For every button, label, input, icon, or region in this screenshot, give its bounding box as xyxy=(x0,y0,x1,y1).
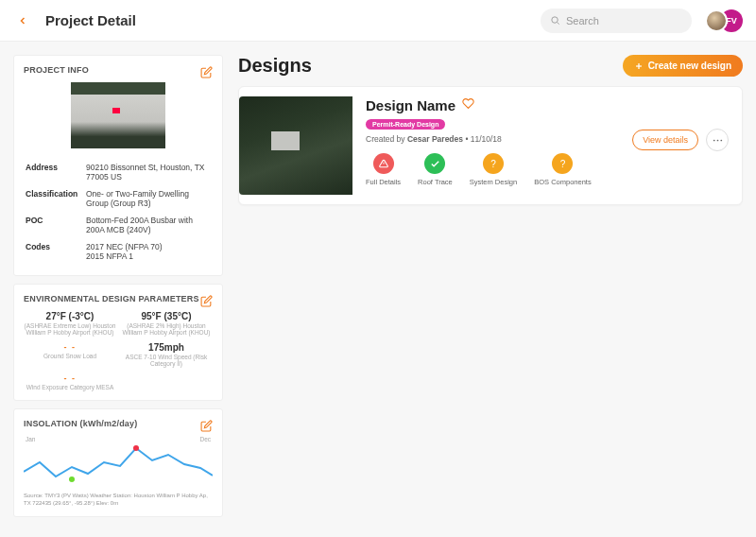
more-actions-button[interactable] xyxy=(706,129,729,151)
env-exposure: - -Wind Exposure Category MESA xyxy=(24,373,116,390)
line-chart-svg xyxy=(24,434,213,489)
edit-icon xyxy=(200,420,213,432)
check-icon xyxy=(424,153,445,174)
edit-icon xyxy=(200,66,213,78)
chart-start-label: Jan xyxy=(26,436,35,442)
search-placeholder: Search xyxy=(566,15,599,26)
design-actions: View details xyxy=(632,129,729,151)
favorite-button[interactable] xyxy=(462,96,474,113)
question-icon: ? xyxy=(552,153,573,174)
edit-env-button[interactable] xyxy=(198,292,215,309)
search-icon xyxy=(550,15,560,26)
svg-point-3 xyxy=(133,445,139,451)
svg-point-6 xyxy=(713,139,714,141)
chart-source-text: Source: TMY3 (PV Watts) Weather Station:… xyxy=(24,493,213,506)
env-params-card: ENVIRONMENTAL DESIGN PARAMETERS 27°F (-3… xyxy=(13,284,223,401)
topbar: Project Detail Search FV xyxy=(0,0,756,42)
edit-project-info-button[interactable] xyxy=(198,63,215,80)
table-row: Address90210 Bissonnet St, Houston, TX 7… xyxy=(26,160,211,184)
page-title: Project Detail xyxy=(45,12,136,28)
sidebar: PROJECT INFO Address90210 Bissonnet St, … xyxy=(13,55,223,517)
step-bos-components[interactable]: ? BOS Components xyxy=(534,153,591,186)
env-snow: - -Ground Snow Load xyxy=(24,342,116,368)
step-roof-trace[interactable]: Roof Trace xyxy=(418,153,453,186)
design-created-by: Created by Cesar Paredes • 11/10/18 xyxy=(366,134,619,144)
insolation-card: INSOLATION (kWh/m2/day) Jan Dec Source: … xyxy=(13,408,223,516)
table-row: POCBottom-Fed 200A Busbar with 200A MCB … xyxy=(26,213,211,237)
env-wind: 175mphASCE 7-10 Wind Speed (Risk Categor… xyxy=(120,342,213,368)
design-body: Design Name Permit-Ready Design Created … xyxy=(366,96,619,186)
warning-icon xyxy=(373,153,394,174)
back-button[interactable] xyxy=(13,11,32,30)
svg-point-0 xyxy=(552,17,558,23)
designs-header: Designs Create new design xyxy=(238,55,743,77)
create-design-button[interactable]: Create new design xyxy=(623,55,743,77)
edit-insolation-button[interactable] xyxy=(198,417,215,434)
table-row: Codes2017 NEC (NFPA 70) 2015 NFPA 1 xyxy=(26,239,211,264)
edit-icon xyxy=(200,295,213,307)
table-row: ClassificationOne- or Two-Family Dwellin… xyxy=(26,186,211,211)
svg-point-2 xyxy=(69,476,75,482)
insolation-chart: Jan Dec xyxy=(24,434,213,489)
step-full-details[interactable]: Full Details xyxy=(366,153,401,186)
question-icon: ? xyxy=(483,153,504,174)
svg-point-7 xyxy=(716,139,718,141)
project-info-table: Address90210 Bissonnet St, Houston, TX 7… xyxy=(24,158,213,266)
env-temp-high: 95°F (35°C)(ASHRAE 2% High) Houston Will… xyxy=(120,311,213,337)
design-name: Design Name xyxy=(366,97,455,113)
design-status-badge: Permit-Ready Design xyxy=(366,119,445,130)
heart-icon xyxy=(462,97,474,110)
design-card: Design Name Permit-Ready Design Created … xyxy=(238,86,743,205)
design-steps-row: Full Details Roof Trace ? System Design … xyxy=(366,153,619,186)
card-title: PROJECT INFO xyxy=(24,65,213,75)
designs-section: Designs Create new design Design Name Pe… xyxy=(238,55,743,517)
view-details-button[interactable]: View details xyxy=(632,130,698,150)
avatar xyxy=(705,9,728,32)
step-system-design[interactable]: ? System Design xyxy=(470,153,517,186)
more-horizontal-icon xyxy=(712,134,724,147)
main-content: PROJECT INFO Address90210 Bissonnet St, … xyxy=(0,42,756,530)
search-input[interactable]: Search xyxy=(541,9,692,33)
env-grid: 27°F (-3°C)(ASHRAE Extreme Low) Houston … xyxy=(24,311,213,390)
chevron-left-icon xyxy=(17,15,28,26)
designs-title: Designs xyxy=(238,55,312,77)
card-title: INSOLATION (kWh/m2/day) xyxy=(24,419,213,428)
card-title: ENVIRONMENTAL DESIGN PARAMETERS xyxy=(24,294,213,303)
env-temp-low: 27°F (-3°C)(ASHRAE Extreme Low) Houston … xyxy=(24,311,116,337)
project-aerial-image xyxy=(71,82,165,148)
design-thumbnail xyxy=(239,96,352,195)
project-info-card: PROJECT INFO Address90210 Bissonnet St, … xyxy=(13,55,223,276)
svg-line-1 xyxy=(558,23,559,25)
plus-icon xyxy=(634,61,644,71)
avatar-group[interactable]: FV xyxy=(705,9,743,32)
chart-end-label: Dec xyxy=(199,436,211,442)
svg-point-8 xyxy=(720,139,722,141)
